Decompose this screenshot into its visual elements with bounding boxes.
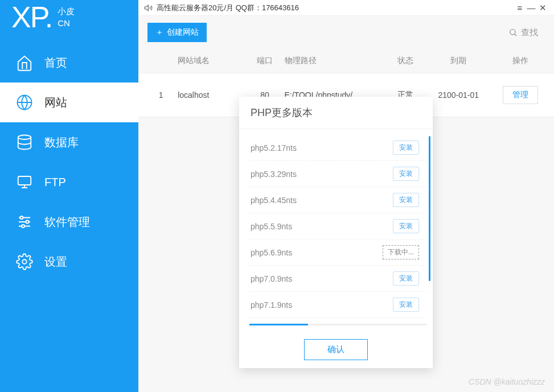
header-status: 状态 (385, 56, 425, 66)
menu-icon[interactable]: ≡ (514, 3, 526, 13)
ftp-icon (16, 174, 33, 191)
scrollbar[interactable] (429, 136, 430, 281)
nav-home[interactable]: 首页 (0, 43, 138, 82)
home-icon (16, 54, 33, 71)
php-version-row: php7.0.9nts安装 (249, 266, 427, 292)
php-versions-modal: PHP更多版本 php5.2.17nts安装php5.3.29nts安装php5… (239, 97, 433, 368)
svg-point-4 (26, 221, 29, 224)
modal-title: PHP更多版本 (239, 97, 433, 129)
speaker-icon (144, 3, 153, 13)
gear-icon (16, 253, 33, 270)
nav-home-label: 首页 (44, 55, 67, 71)
confirm-button[interactable]: 确认 (304, 339, 368, 360)
install-button[interactable]: 安装 (393, 167, 419, 181)
create-website-button[interactable]: ＋ 创建网站 (147, 23, 207, 42)
minimize-icon[interactable]: — (526, 3, 537, 13)
database-icon (16, 134, 33, 151)
row-expire: 2100-01-01 (425, 90, 492, 100)
php-version-name: php7.1.9nts (251, 300, 393, 310)
header-action: 操作 (492, 56, 548, 66)
nav-database[interactable]: 数据库 (0, 122, 138, 162)
row-domain: localhost (178, 90, 245, 100)
logo-sub: 小皮 CN (58, 5, 75, 29)
modal-body: php5.2.17nts安装php5.3.29nts安装php5.4.45nts… (239, 129, 433, 331)
svg-rect-2 (18, 176, 31, 185)
install-button[interactable]: 安装 (393, 298, 419, 312)
sidebar: XP. 小皮 CN 首页 网站 数据库 FTP 软件管理 设置 (0, 0, 138, 392)
header-port: 端口 (245, 56, 285, 66)
manage-button[interactable]: 管理 (503, 86, 538, 104)
header-path: 物理路径 (285, 56, 386, 66)
svg-point-1 (18, 135, 31, 140)
search-box[interactable]: 查找 (502, 24, 545, 42)
php-version-row: php7.1.9nts安装 (249, 292, 427, 318)
plus-icon: ＋ (155, 27, 163, 38)
logo-main: XP. (11, 0, 52, 34)
svg-point-3 (20, 216, 23, 219)
nav-software-label: 软件管理 (44, 214, 90, 230)
php-version-name: php7.0.9nts (251, 274, 393, 283)
search-icon (508, 28, 518, 37)
nav-ftp[interactable]: FTP (0, 162, 138, 202)
downloading-button[interactable]: 下载中... (383, 245, 419, 259)
progress-bar (249, 324, 427, 325)
svg-point-6 (22, 259, 27, 264)
install-button[interactable]: 安装 (393, 141, 419, 155)
php-version-row: php5.6.9nts下载中... (249, 240, 427, 266)
svg-point-5 (22, 225, 24, 228)
php-version-name: php5.3.29nts (251, 170, 393, 179)
php-version-name: php5.2.17nts (251, 143, 393, 152)
nav-settings-label: 设置 (44, 254, 67, 270)
watermark: CSDN @kaituozhizzz (469, 377, 545, 386)
nav-settings[interactable]: 设置 (0, 242, 138, 282)
table-header: 网站域名 端口 物理路径 状态 到期 操作 (138, 49, 554, 73)
php-version-row: php5.3.29nts安装 (249, 161, 427, 187)
install-button[interactable]: 安装 (393, 219, 419, 233)
nav-software[interactable]: 软件管理 (0, 202, 138, 242)
search-label: 查找 (521, 27, 538, 38)
nav-website-label: 网站 (44, 95, 67, 110)
php-version-row: php5.5.9nts安装 (249, 213, 427, 240)
php-version-name: php5.4.45nts (251, 196, 393, 205)
header-expire: 到期 (425, 56, 492, 66)
php-version-name: php5.6.9nts (251, 248, 383, 257)
toolbar: ＋ 创建网站 查找 (138, 16, 554, 49)
nav-website[interactable]: 网站 (0, 82, 138, 122)
sliders-icon (16, 213, 33, 230)
php-version-row: php5.2.17nts安装 (249, 135, 427, 161)
topbar: 高性能云服务器20元/月 QQ群：176643616 ≡ — ✕ (138, 0, 554, 16)
globe-icon (16, 94, 33, 111)
nav-database-label: 数据库 (44, 135, 79, 150)
nav-ftp-label: FTP (44, 176, 66, 189)
php-version-row: php5.4.45nts安装 (249, 187, 427, 213)
create-label: 创建网站 (167, 27, 199, 38)
row-index: 1 (144, 90, 178, 100)
logo: XP. 小皮 CN (0, 0, 138, 43)
header-domain: 网站域名 (178, 56, 245, 66)
install-button[interactable]: 安装 (393, 193, 419, 207)
php-version-name: php5.5.9nts (251, 222, 393, 231)
announcement-text: 高性能云服务器20元/月 QQ群：176643616 (157, 3, 299, 13)
install-button[interactable]: 安装 (393, 271, 419, 286)
close-icon[interactable]: ✕ (537, 3, 548, 13)
svg-point-7 (510, 30, 515, 35)
